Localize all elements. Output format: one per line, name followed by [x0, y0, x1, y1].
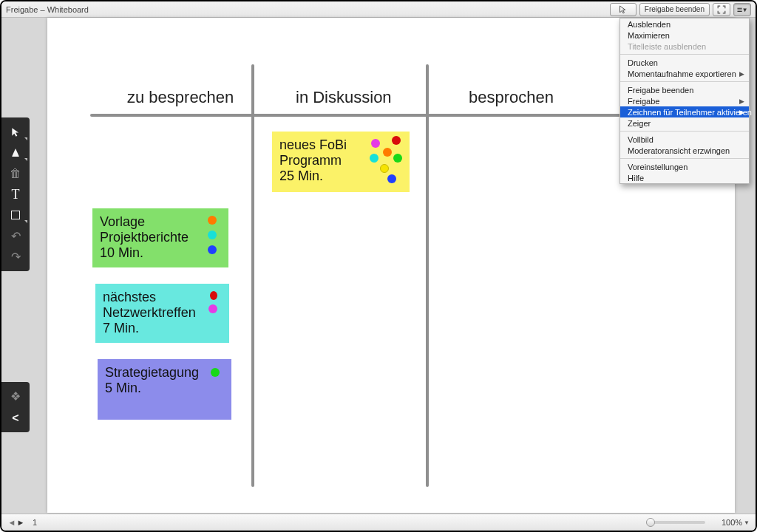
pointer-tool-button[interactable] [610, 3, 637, 16]
menu-item-end-share[interactable]: Freigabe beenden [620, 84, 749, 95]
menu-item-export-snapshot[interactable]: Momentaufnahme exportieren▶ [620, 68, 749, 79]
participant-dot [208, 304, 217, 313]
end-share-button[interactable]: Freigabe beenden [639, 3, 710, 16]
submenu-arrow-icon: ▶ [739, 109, 744, 116]
card-line: Vorlage [100, 214, 221, 230]
options-menu-button[interactable]: ≡▾ [733, 3, 751, 16]
menu-icon: ≡▾ [737, 4, 747, 15]
card-line: 7 Min. [103, 321, 222, 336]
menu-item-fullscreen[interactable]: Vollbild [620, 134, 749, 145]
submenu-arrow-icon: ▶ [739, 98, 744, 105]
next-page-button[interactable]: ► [16, 518, 25, 527]
layers-icon: ❖ [10, 389, 21, 403]
column-divider-2 [426, 64, 429, 487]
collapse-sidebar-button[interactable]: < [1, 407, 30, 429]
zoom-knob[interactable] [646, 518, 655, 527]
shape-tool[interactable] [1, 205, 30, 225]
card-line: Projektberichte [100, 230, 221, 245]
pen-tool[interactable] [1, 143, 30, 163]
menu-separator [620, 131, 749, 132]
card-strategietagung[interactable]: Strategietagung 5 Min. [98, 359, 231, 420]
participant-dot [208, 216, 217, 225]
participant-dot [370, 154, 378, 163]
card-fobi[interactable]: neues FoBi Programm 25 Min. [272, 132, 410, 192]
zoom-dropdown[interactable]: ▼ [744, 519, 750, 526]
titlebar: Freigabe – Whiteboard Freigabe beenden ≡… [1, 1, 756, 18]
select-tool[interactable] [1, 122, 30, 143]
menu-separator [620, 54, 749, 55]
sidebar-lower: ❖ < [1, 382, 30, 432]
menu-item-help[interactable]: Hilfe [620, 172, 749, 183]
undo-tool[interactable]: ↶ [1, 225, 30, 246]
participant-dot [380, 164, 389, 173]
tool-sidebar: 🗑 T ↶ ↷ [1, 117, 30, 271]
column-header-todo: zu besprechen [127, 88, 234, 107]
menu-item-share[interactable]: Freigabe▶ [620, 95, 749, 106]
card-vorlage[interactable]: Vorlage Projektberichte 10 Min. [92, 208, 228, 267]
zoom-level: 100% [711, 518, 742, 527]
participant-dot [211, 368, 220, 377]
column-header-done: besprochen [469, 88, 554, 107]
menu-item-enable-participant-drawing[interactable]: Zeichnen für Teilnehmer aktivieren▶ [620, 106, 749, 117]
card-line: 10 Min. [100, 245, 221, 261]
undo-icon: ↶ [11, 229, 21, 243]
redo-icon: ↷ [11, 250, 21, 264]
prev-page-button[interactable]: ◄ [7, 518, 16, 527]
zoom-slider[interactable] [646, 521, 705, 524]
participant-dot [210, 291, 217, 300]
column-divider-1 [251, 64, 254, 487]
participant-dot [371, 139, 380, 148]
options-menu: Ausblenden Maximieren Titelleiste ausble… [619, 18, 750, 184]
card-line: Strategietagung [105, 365, 224, 381]
menu-item-force-presenter[interactable]: Moderatoransicht erzwingen [620, 145, 749, 156]
delete-tool[interactable]: 🗑 [1, 163, 30, 184]
menu-item-hide[interactable]: Ausblenden [620, 18, 749, 30]
menu-item-preferences[interactable]: Voreinstellungen [620, 161, 749, 172]
menu-item-pointer[interactable]: Zeiger [620, 117, 749, 129]
card-line: nächstes [103, 290, 222, 305]
menu-separator [620, 81, 749, 82]
layers-button[interactable]: ❖ [1, 385, 30, 407]
participant-dot [387, 174, 396, 183]
redo-tool[interactable]: ↷ [1, 246, 30, 267]
footer: ◄ ► 1 100% ▼ [1, 514, 756, 531]
end-share-label: Freigabe beenden [645, 5, 705, 13]
page-number: 1 [33, 518, 37, 527]
fullscreen-button[interactable] [713, 3, 730, 16]
column-header-progress: in Diskussion [296, 88, 392, 107]
header-underline [90, 114, 647, 117]
submenu-arrow-icon: ▶ [739, 70, 744, 78]
menu-item-print[interactable]: Drucken [620, 57, 749, 68]
menu-item-maximize[interactable]: Maximieren [620, 30, 749, 41]
participant-dot [393, 154, 402, 163]
trash-icon: 🗑 [10, 167, 21, 180]
participant-dot [392, 136, 401, 145]
text-icon: T [12, 187, 20, 202]
participant-dot [208, 245, 217, 254]
card-netzwerktreffen[interactable]: nächstes Netzwerktreffen 7 Min. [95, 284, 229, 343]
menu-item-hide-titlebar: Titelleiste ausblenden [620, 41, 749, 52]
text-tool[interactable]: T [1, 184, 30, 205]
chevron-left-icon: < [12, 412, 18, 425]
card-line: 5 Min. [105, 381, 224, 396]
window-title: Freigabe – Whiteboard [6, 5, 89, 14]
menu-separator [620, 158, 749, 159]
participant-dot [208, 231, 217, 239]
participant-dot [383, 148, 392, 157]
card-line: Netzwerktreffen [103, 305, 222, 321]
